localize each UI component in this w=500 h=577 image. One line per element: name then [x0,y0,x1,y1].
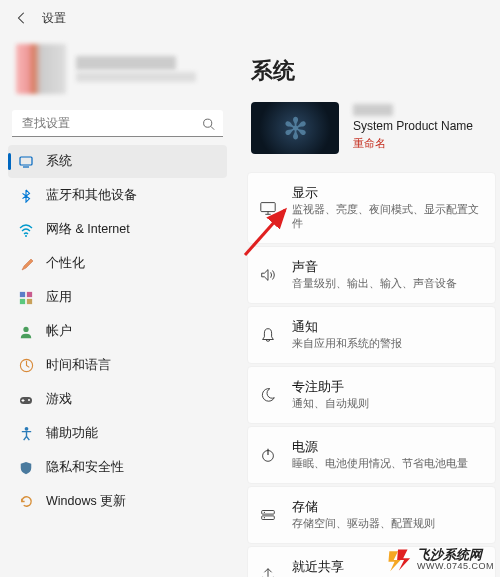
brush-icon [18,256,34,272]
search-wrap [8,106,227,145]
svg-rect-20 [262,516,275,520]
app-title: 设置 [42,10,66,27]
nav-item-privacy[interactable]: 隐私和安全性 [8,451,227,484]
bluetooth-icon [18,188,34,204]
user-email-redacted [76,72,196,82]
content-area: 系统 蓝牙和其他设备 网络 & Internet 个性化 应用 [0,36,500,577]
svg-point-21 [264,512,265,513]
svg-rect-2 [20,157,32,165]
svg-line-1 [211,126,214,129]
accessibility-icon [18,426,34,442]
svg-point-13 [24,427,28,431]
sidebar: 系统 蓝牙和其他设备 网络 & Internet 个性化 应用 [0,36,235,577]
svg-rect-14 [261,203,275,212]
settings-window: 设置 系统 [0,0,500,577]
setting-sub: 通知、自动规则 [292,397,369,411]
moon-icon [258,385,278,405]
nav-item-bluetooth[interactable]: 蓝牙和其他设备 [8,179,227,212]
nav-label: 系统 [46,153,72,170]
svg-point-22 [264,517,265,518]
person-icon [18,324,34,340]
nav-item-gaming[interactable]: 游戏 [8,383,227,416]
setting-item-display[interactable]: 显示监视器、亮度、夜间模式、显示配置文件 [247,172,496,244]
arrow-left-icon [15,11,29,25]
nav-label: 应用 [46,289,72,306]
nav: 系统 蓝牙和其他设备 网络 & Internet 个性化 应用 [8,145,227,518]
nav-label: 蓝牙和其他设备 [46,187,137,204]
update-icon [18,494,34,510]
setting-sub: 睡眠、电池使用情况、节省电池电量 [292,457,468,471]
search-input[interactable] [12,110,223,137]
watermark-logo-icon [385,547,411,573]
nav-item-network[interactable]: 网络 & Internet [8,213,227,246]
watermark-name: 飞沙系统网 [417,548,494,562]
sound-icon [258,265,278,285]
watermark-url: WWW.0745.COM [417,562,494,572]
svg-rect-5 [20,291,25,296]
nav-label: 帐户 [46,323,72,340]
avatar [16,44,66,94]
storage-icon [258,505,278,525]
svg-point-0 [204,119,212,127]
wifi-icon [18,222,34,238]
main-panel: 系统 System Product Name 重命名 显示监视器、亮度、夜间模式… [235,36,500,577]
nav-item-accounts[interactable]: 帐户 [8,315,227,348]
device-rename-link[interactable]: 重命名 [353,136,473,151]
svg-point-12 [28,399,30,401]
user-text [76,56,196,82]
device-row: System Product Name 重命名 [247,102,496,154]
setting-title: 电源 [292,439,468,456]
svg-point-9 [23,326,28,331]
nav-label: 隐私和安全性 [46,459,124,476]
svg-point-4 [25,235,27,237]
setting-title: 声音 [292,259,457,276]
shield-icon [18,460,34,476]
nav-label: 辅助功能 [46,425,98,442]
setting-title: 存储 [292,499,435,516]
setting-item-focus-assist[interactable]: 专注助手通知、自动规则 [247,366,496,424]
setting-sub: 监视器、亮度、夜间模式、显示配置文件 [292,203,485,231]
nav-item-personalization[interactable]: 个性化 [8,247,227,280]
setting-sub: 音量级别、输出、输入、声音设备 [292,277,457,291]
setting-sub: 存储空间、驱动器、配置规则 [292,517,435,531]
nav-item-accessibility[interactable]: 辅助功能 [8,417,227,450]
nav-item-windows-update[interactable]: Windows 更新 [8,485,227,518]
setting-item-storage[interactable]: 存储存储空间、驱动器、配置规则 [247,486,496,544]
system-icon [18,154,34,170]
search-box [12,110,223,137]
nav-item-apps[interactable]: 应用 [8,281,227,314]
nav-item-time-language[interactable]: 时间和语言 [8,349,227,382]
setting-item-notifications[interactable]: 通知来自应用和系统的警报 [247,306,496,364]
nav-label: Windows 更新 [46,493,126,510]
device-wallpaper-thumb[interactable] [251,102,339,154]
nav-label: 时间和语言 [46,357,111,374]
clock-globe-icon [18,358,34,374]
back-button[interactable] [12,8,32,28]
search-icon [202,117,215,130]
svg-rect-7 [20,298,25,303]
setting-sub: 来自应用和系统的警报 [292,337,402,351]
setting-title: 显示 [292,185,485,202]
device-info: System Product Name 重命名 [353,102,473,151]
nav-item-system[interactable]: 系统 [8,145,227,178]
setting-title: 专注助手 [292,379,369,396]
apps-icon [18,290,34,306]
titlebar: 设置 [0,0,500,36]
svg-rect-6 [27,291,32,296]
user-block[interactable] [8,36,227,106]
display-icon [258,198,278,218]
setting-title: 通知 [292,319,402,336]
device-maker-redacted [353,104,393,116]
svg-rect-19 [262,511,275,515]
power-icon [258,445,278,465]
share-icon [258,565,278,577]
nav-label: 个性化 [46,255,85,272]
setting-item-sound[interactable]: 声音音量级别、输出、输入、声音设备 [247,246,496,304]
nav-label: 网络 & Internet [46,221,130,238]
settings-list: 显示监视器、亮度、夜间模式、显示配置文件 声音音量级别、输出、输入、声音设备 通… [247,172,496,577]
svg-rect-8 [27,298,32,303]
bell-icon [258,325,278,345]
user-name-redacted [76,56,176,70]
watermark: 飞沙系统网 WWW.0745.COM [385,547,494,573]
setting-item-power[interactable]: 电源睡眠、电池使用情况、节省电池电量 [247,426,496,484]
